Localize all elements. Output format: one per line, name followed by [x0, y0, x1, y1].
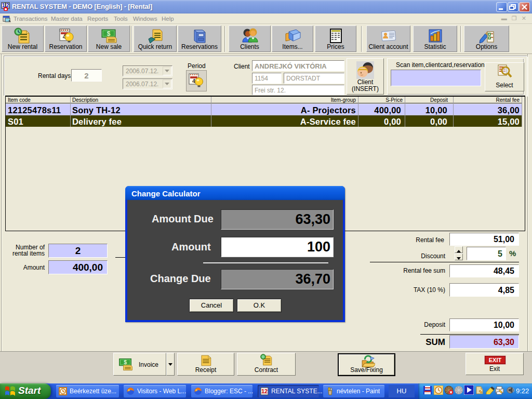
svg-text:$: $ — [124, 359, 127, 365]
svg-text:$: $ — [107, 30, 110, 37]
svg-text:12: 12 — [261, 388, 268, 394]
